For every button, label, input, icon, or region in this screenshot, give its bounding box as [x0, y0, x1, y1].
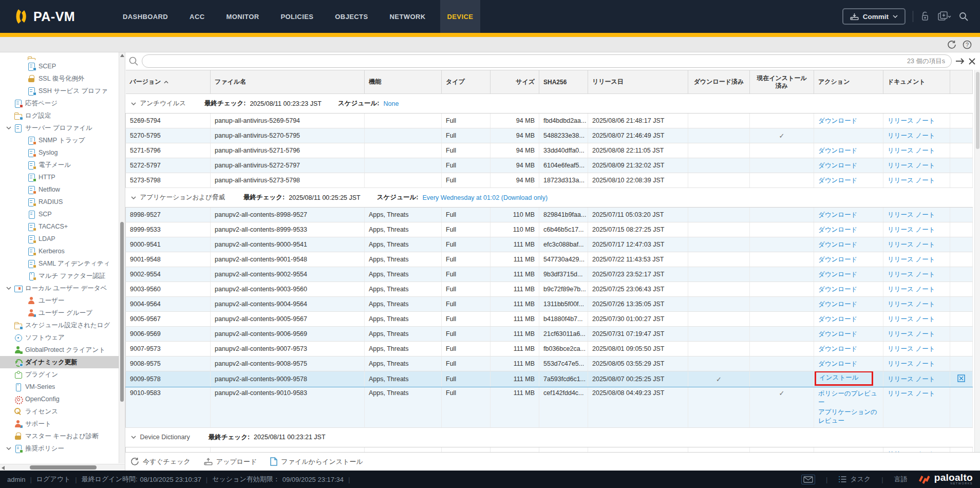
- action-link[interactable]: ポリシーのプレビュー: [818, 389, 879, 407]
- nav-tab-network[interactable]: NETWORK: [383, 0, 433, 33]
- sidebar-item-scheduled-log-export[interactable]: スケジュール設定されたログ: [0, 319, 125, 331]
- update-row-5271-5796[interactable]: 5271-5796panup-all-antivirus-5271-5796Fu…: [126, 143, 973, 158]
- update-row-9008-9575[interactable]: 9008-9575panupv2-all-contents-9008-9575A…: [126, 356, 973, 371]
- action-link[interactable]: ダウンロード: [818, 301, 857, 308]
- sidebar-item-licenses[interactable]: ライセンス: [0, 405, 125, 418]
- action-link[interactable]: ダウンロード: [818, 330, 857, 337]
- sidebar-item-mfa[interactable]: マルチ ファクター認証: [0, 270, 125, 282]
- column-header-type[interactable]: タイプ: [442, 70, 491, 94]
- search-input[interactable]: [148, 58, 907, 65]
- update-row-183-619[interactable]: 183-619panup-all-deviceid-183-619IoTFull…: [126, 447, 973, 452]
- column-header-sha256[interactable]: SHA256: [539, 70, 588, 94]
- release-notes-link[interactable]: リリース ノート: [888, 147, 935, 154]
- sidebar-item-plugins[interactable]: プラグイン: [0, 368, 125, 381]
- update-row-9001-9548[interactable]: 9001-9548panupv2-all-contents-9001-9548A…: [126, 252, 973, 267]
- release-notes-link[interactable]: リリース ノート: [888, 330, 935, 337]
- action-link[interactable]: ダウンロード: [818, 211, 857, 218]
- sidebar-item-response-pages[interactable]: 応答ページ: [0, 97, 125, 109]
- sidebar-item-server-profiles[interactable]: サーバー プロファイル: [0, 122, 125, 134]
- sidebar-item-saml-identity[interactable]: SAML アイデンティティ: [0, 257, 125, 270]
- schedule-link[interactable]: Every Wednesday at 01:02 (Download only): [422, 194, 548, 201]
- update-row-5269-5794[interactable]: 5269-5794panup-all-antivirus-5269-5794Fu…: [126, 114, 973, 128]
- update-row-5273-5798[interactable]: 5273-5798panup-all-antivirus-5273-5798Fu…: [126, 173, 973, 188]
- save-config-icon[interactable]: [937, 11, 951, 22]
- action-link[interactable]: ダウンロード: [818, 345, 857, 352]
- sidebar-item-scp[interactable]: SCP: [0, 208, 125, 220]
- section-collapse-icon[interactable]: [131, 436, 136, 439]
- release-notes-link[interactable]: リリース ノート: [888, 177, 935, 184]
- release-notes-link[interactable]: リリース ノート: [888, 271, 935, 278]
- sidebar-item-software[interactable]: ソフトウェア: [0, 331, 125, 344]
- notifications-mail-icon[interactable]: [801, 475, 815, 484]
- sidebar-item-globalprotect-client[interactable]: GlobalProtect クライアント: [0, 344, 125, 356]
- release-notes-link[interactable]: リリース ノート: [888, 301, 935, 308]
- update-row-9006-9569[interactable]: 9006-9569panupv2-all-contents-9006-9569A…: [126, 327, 973, 342]
- sidebar-item-kerberos[interactable]: Kerberos: [0, 245, 125, 257]
- clear-filter-icon[interactable]: [968, 58, 976, 65]
- column-header-size[interactable]: サイズ: [491, 70, 539, 94]
- sidebar-item-cut-top[interactable]: [0, 53, 125, 60]
- action-link[interactable]: ダウンロード: [818, 117, 857, 124]
- sidebar-item-snmp-trap[interactable]: SNMP トラップ: [0, 134, 125, 146]
- release-notes-link[interactable]: リリース ノート: [888, 256, 935, 263]
- sidebar-item-users[interactable]: ユーザー: [0, 294, 125, 307]
- update-row-9000-9541[interactable]: 9000-9541panupv2-all-contents-9000-9541A…: [126, 237, 973, 252]
- nav-tab-objects[interactable]: OBJECTS: [328, 0, 375, 33]
- sidebar-item-vm-series[interactable]: VM-Series: [0, 381, 125, 393]
- sidebar-item-scep[interactable]: SCEP: [0, 60, 125, 72]
- sidebar-item-local-user-database[interactable]: ローカル ユーザー データベ: [0, 282, 125, 294]
- action-link[interactable]: ダウンロード: [818, 286, 857, 293]
- release-notes-link[interactable]: リリース ノート: [888, 345, 935, 352]
- sidebar-item-ssh-service-profile[interactable]: SSH サービス プロファ: [0, 85, 125, 97]
- sidebar-vertical-scrollbar[interactable]: [119, 52, 125, 463]
- column-header-release_date[interactable]: リリース日: [588, 70, 688, 94]
- filter-search-field[interactable]: 23 個の項目s: [142, 54, 952, 68]
- update-row-9003-9560[interactable]: 9003-9560panupv2-all-contents-9003-9560A…: [126, 282, 973, 297]
- apply-filter-arrow-icon[interactable]: [955, 57, 965, 65]
- action-link[interactable]: インストール: [819, 374, 858, 381]
- chevron-down-icon[interactable]: [6, 126, 14, 129]
- sidebar-item-ssl-decryption-exclusion[interactable]: SSL 復号化例外: [0, 72, 125, 85]
- release-notes-link[interactable]: リリース ノート: [888, 315, 935, 323]
- column-header-version[interactable]: バージョン: [126, 70, 211, 94]
- sort-asc-icon[interactable]: [164, 78, 168, 85]
- scroll-left-arrow-icon[interactable]: [2, 466, 5, 470]
- table-scroll-thumb[interactable]: [976, 72, 979, 149]
- update-row-9004-9564[interactable]: 9004-9564panupv2-all-contents-9004-9564A…: [126, 297, 973, 312]
- column-header-installed[interactable]: 現在インストール済み: [750, 70, 814, 94]
- action-link[interactable]: ダウンロード: [818, 241, 857, 248]
- update-row-8999-9533[interactable]: 8999-9533panupv2-all-contents-8999-9533A…: [126, 222, 973, 237]
- sidebar-item-tacacs[interactable]: TACACS+: [0, 220, 125, 233]
- release-notes-link[interactable]: リリース ノート: [888, 376, 935, 383]
- dismiss-icon[interactable]: [957, 374, 965, 384]
- nav-tab-acc[interactable]: ACC: [182, 0, 212, 33]
- nav-tab-dashboard[interactable]: DASHBOARD: [116, 0, 175, 33]
- action-link[interactable]: ダウンロード: [818, 162, 857, 169]
- action-link[interactable]: ダウンロード: [818, 271, 857, 278]
- update-row-9007-9573[interactable]: 9007-9573panupv2-all-contents-9007-9573A…: [126, 342, 973, 356]
- logout-link[interactable]: ログアウト: [36, 475, 71, 484]
- sidebar-hscroll-thumb[interactable]: [30, 465, 97, 470]
- release-notes-link[interactable]: リリース ノート: [888, 390, 935, 397]
- upload-button[interactable]: アップロード: [204, 457, 257, 466]
- update-row-5270-5795[interactable]: 5270-5795panup-all-antivirus-5270-5795Fu…: [126, 128, 973, 143]
- update-row-9009-9578[interactable]: 9009-9578panupv2-all-contents-9009-9578A…: [126, 371, 973, 387]
- release-notes-link[interactable]: リリース ノート: [888, 162, 935, 169]
- refresh-icon[interactable]: [947, 40, 956, 49]
- column-header-filename[interactable]: ファイル名: [211, 70, 365, 94]
- release-notes-link[interactable]: リリース ノート: [888, 117, 935, 124]
- sidebar-item-syslog[interactable]: Syslog: [0, 146, 125, 159]
- release-notes-link[interactable]: リリース ノート: [888, 132, 935, 139]
- sidebar-item-ldap[interactable]: LDAP: [0, 233, 125, 245]
- sidebar-item-openconfig[interactable]: OpenConfig: [0, 393, 125, 405]
- sidebar-scroll-thumb[interactable]: [120, 222, 124, 402]
- section-collapse-icon[interactable]: [131, 102, 136, 105]
- column-header-action[interactable]: アクション: [814, 70, 883, 94]
- release-notes-link[interactable]: リリース ノート: [888, 241, 935, 248]
- column-header-features[interactable]: 機能: [365, 70, 442, 94]
- sidebar-item-http[interactable]: HTTP: [0, 171, 125, 183]
- table-vertical-scrollbar[interactable]: [974, 70, 980, 452]
- tasks-button[interactable]: タスク: [838, 475, 871, 484]
- nav-tab-monitor[interactable]: MONITOR: [219, 0, 266, 33]
- action-link[interactable]: ダウンロード: [818, 226, 857, 233]
